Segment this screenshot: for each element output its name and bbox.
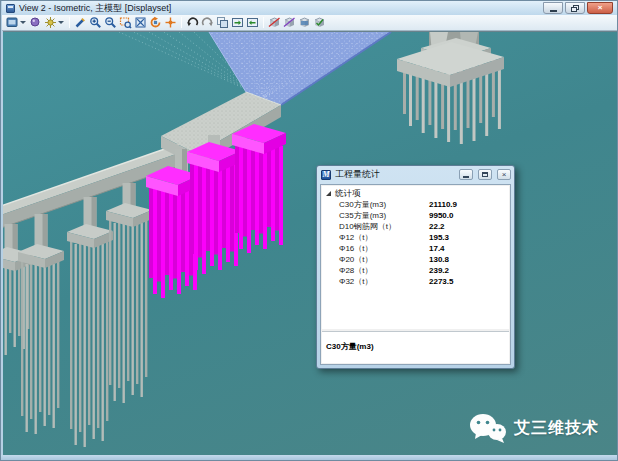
stat-row[interactable]: C30方量(m3)21110.9 [322,199,509,210]
window-title: View 2 - Isometric, 主模型 [Displayset] [19,2,171,15]
dropdown-caret-icon[interactable] [58,21,64,24]
stat-label: Φ12（t） [339,232,429,243]
stat-row[interactable]: C35方量(m3)9950.0 [322,210,509,221]
watermark: 艾三维技术 [469,412,599,444]
tree-root-label: 统计项 [335,188,361,200]
stat-value: 2273.5 [429,277,509,286]
stat-label: C35方量(m3) [339,210,429,221]
restore-button[interactable] [565,2,585,14]
stat-row[interactable]: Φ16（t）17.4 [322,243,509,254]
stat-value: 22.2 [429,222,509,231]
stat-row[interactable]: D10钢筋网（t）22.2 [322,221,509,232]
dialog-titlebar[interactable]: M 工程量统计 × [317,166,514,182]
pan-view-icon[interactable] [163,16,178,30]
copy-view-icon[interactable] [215,16,230,30]
zoom-out-icon[interactable] [103,16,118,30]
fit-view-icon[interactable] [133,16,148,30]
description-label: C30方量(m3) [326,342,374,351]
close-button[interactable]: × [587,2,613,14]
maximize-icon [482,172,488,177]
stat-row[interactable]: Φ20（t）130.8 [322,254,509,265]
dialog-minimize-button[interactable] [459,169,473,180]
toolbar-separator [181,17,182,28]
update-view-icon[interactable] [73,16,88,30]
expander-icon[interactable] [326,191,331,196]
view-previous-icon[interactable] [185,16,200,30]
toolbar-separator [263,17,264,28]
clip-mask-icon[interactable] [282,16,297,30]
stat-label: D10钢筋网（t） [339,221,429,232]
clip-back-icon[interactable] [312,16,327,30]
view-toolbar [2,15,618,31]
stat-row[interactable]: Φ28（t）239.2 [322,265,509,276]
stat-label: Φ28（t） [339,265,429,276]
stat-label: Φ20（t） [339,254,429,265]
restore-icon [571,5,579,12]
view-next-icon[interactable] [200,16,215,30]
minimize-icon [550,10,557,12]
watermark-text: 艾三维技术 [514,418,599,439]
view-display-mode-icon[interactable] [5,16,20,30]
statistics-list[interactable]: 统计项 C30方量(m3)21110.9 C35方量(m3)9950.0 D10… [322,186,509,329]
dialog-close-button[interactable]: × [497,169,511,180]
window-area-icon[interactable] [118,16,133,30]
wechat-icon [469,412,507,444]
adjust-brightness-icon[interactable] [43,16,58,30]
minimize-icon [463,176,469,178]
stat-value: 130.8 [429,255,509,264]
toolbar-separator [69,17,70,28]
clip-volume-icon[interactable] [267,16,282,30]
stat-label: C30方量(m3) [339,199,429,210]
stat-label: Φ32（t） [339,276,429,287]
microstation-icon: M [321,170,331,180]
stat-value: 21110.9 [429,200,509,209]
dialog-title: 工程量统计 [335,168,454,181]
quantity-dialog: M 工程量统计 × 统计项 C30方量(m3)21110.9 C35方量(m3)… [316,165,515,369]
view-setup-2-icon[interactable] [245,16,260,30]
tree-root-row[interactable]: 统计项 [322,186,509,199]
window-titlebar[interactable]: View 2 - Isometric, 主模型 [Displayset] [2,1,618,15]
app-icon [6,4,15,13]
presentation-icon[interactable] [28,16,43,30]
application-window: View 2 - Isometric, 主模型 [Displayset] × [0,0,618,461]
description-panel: C30方量(m3) [322,331,509,363]
minimize-button[interactable] [543,2,563,14]
view-setup-1-icon[interactable] [230,16,245,30]
stat-value: 17.4 [429,244,509,253]
model-viewport[interactable]: 艾三维技术 M 工程量统计 × 统计项 C30方量(m3)21110.9 C35… [3,31,617,456]
dialog-maximize-button[interactable] [478,169,492,180]
clip-front-icon[interactable] [297,16,312,30]
dropdown-caret-icon[interactable] [20,21,26,24]
bridge-3d-model [3,32,617,456]
rotate-view-icon[interactable] [148,16,163,30]
stat-row[interactable]: Φ12（t）195.3 [322,232,509,243]
stat-value: 239.2 [429,266,509,275]
window-frame [1,455,617,460]
stat-label: Φ16（t） [339,243,429,254]
dialog-body: 统计项 C30方量(m3)21110.9 C35方量(m3)9950.0 D10… [320,184,511,365]
stat-value: 9950.0 [429,211,509,220]
window-controls: × [543,2,613,14]
zoom-in-icon[interactable] [88,16,103,30]
stat-row[interactable]: Φ32（t）2273.5 [322,276,509,287]
stat-value: 195.3 [429,233,509,242]
